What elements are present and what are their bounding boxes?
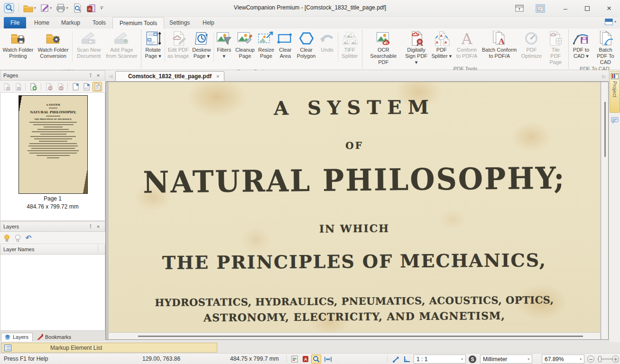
document-tab[interactable]: Comstock_1832_title_page.pdf × <box>115 71 225 81</box>
chevron-down-icon[interactable]: ▾ <box>66 6 68 10</box>
zoom-slider[interactable] <box>597 358 613 360</box>
close-button[interactable]: × <box>598 0 620 17</box>
ocr-searchable-pdf-button[interactable]: A OCR Searchable PDF <box>364 29 403 65</box>
app-logo-icon[interactable] <box>3 2 15 14</box>
pin-icon[interactable]: ⊺ <box>87 224 94 230</box>
angle-measure-icon[interactable] <box>402 355 412 364</box>
save-all-pages-button[interactable] <box>13 82 22 91</box>
open-file-button[interactable]: ▾ <box>22 2 37 14</box>
zoom-level-select[interactable]: 67.89% ▾ <box>542 355 584 364</box>
zoom-slider-thumb[interactable] <box>598 356 601 362</box>
clear-area-button[interactable]: Clear Area <box>276 29 295 59</box>
divider <box>19 3 19 13</box>
tab-tools[interactable]: Tools <box>86 17 112 28</box>
divider <box>67 83 68 91</box>
toggle-panel-icon[interactable] <box>513 3 526 14</box>
chevron-down-icon[interactable]: ▾ <box>50 6 52 10</box>
chevron-down-icon[interactable]: ▾ <box>34 6 36 10</box>
scale-select[interactable]: 1 : 1 ▾ <box>414 355 466 364</box>
bookmark-icon <box>37 334 43 340</box>
page-thumbnail[interactable]: A SYSTEM NATURAL PHILOSOPHY; THE PRINCIP… <box>19 96 87 193</box>
insert-page-button[interactable] <box>28 82 38 91</box>
project-panel-tab[interactable]: Project <box>610 71 620 113</box>
customize-qat-button[interactable]: ▾ <box>99 6 104 10</box>
layer-list[interactable] <box>0 255 105 331</box>
watch-folder-printing-button[interactable]: Watch Folder Printing <box>1 29 35 59</box>
close-icon[interactable]: × <box>94 224 102 229</box>
zoom-tool-button[interactable] <box>311 355 321 364</box>
pin-icon[interactable]: ⊺ <box>87 73 94 79</box>
document-tab-close-icon[interactable]: × <box>216 73 219 79</box>
tab-help[interactable]: Help <box>196 17 221 28</box>
markup-tools-button[interactable]: ▾ <box>39 2 53 14</box>
divider <box>338 32 338 62</box>
maximize-button[interactable] <box>576 0 598 17</box>
pdf-optimize-button[interactable]: PDF Optimize <box>518 29 544 59</box>
tab-home[interactable]: Home <box>28 17 56 28</box>
measure-tool-icon[interactable] <box>391 355 401 364</box>
rotate-page-button[interactable]: Rotate Page ▾ <box>143 29 164 59</box>
print-preview-button[interactable] <box>72 2 83 14</box>
edit-pdf-as-image-button[interactable]: Edit PDF as Image <box>166 29 191 59</box>
pdf-to-cad-button[interactable]: PDF to CAD ▾ <box>570 29 592 59</box>
horizontal-scrollbar-thumb[interactable] <box>138 336 583 337</box>
tab-layers[interactable]: Layers <box>1 333 33 341</box>
pdf-splitter-button[interactable]: AAA PDF Splitter ▾ <box>429 29 453 59</box>
ribbon-options-icon[interactable] <box>534 3 547 14</box>
print-button[interactable]: ▾ <box>55 2 69 14</box>
tab-scroll-right-icon[interactable]: ▷ <box>602 74 606 79</box>
unit-select[interactable]: Millimeter ▾ <box>480 355 532 364</box>
layer-on-bulb-icon[interactable] <box>2 233 11 243</box>
resize-page-button[interactable]: Resize Page <box>257 29 276 59</box>
vertical-scrollbar-thumb[interactable] <box>604 102 606 157</box>
tiff-splitter-button[interactable]: TIFF Splitter <box>339 29 361 59</box>
batch-conform-to-pdfa-button[interactable]: A Batch Conform to PDF/A <box>480 29 518 59</box>
tile-pdf-page-button[interactable]: Tile PDF Page <box>544 29 567 65</box>
tab-scroll-left-icon[interactable]: ◁ <box>105 74 115 81</box>
thumbnail-size-small-button[interactable] <box>71 82 80 91</box>
horizontal-scrollbar[interactable] <box>109 333 600 339</box>
layer-off-bulb-icon[interactable] <box>13 233 22 243</box>
filters-button[interactable]: Filters ▾ <box>214 29 233 59</box>
pdf-export-button[interactable]: A <box>85 2 97 14</box>
resize-grip[interactable] <box>614 358 619 363</box>
tab-settings[interactable]: Settings <box>163 17 196 28</box>
layers-undo-button[interactable]: ↶ <box>24 233 33 243</box>
document-canvas[interactable]: A SYSTEM OF NATURAL PHILOSOPHY; IN WHICH… <box>105 82 609 340</box>
divider <box>165 32 165 62</box>
close-icon[interactable]: × <box>94 73 102 78</box>
zoom-out-button[interactable]: – <box>587 355 594 363</box>
page-setup-button[interactable] <box>289 355 299 364</box>
undo-button[interactable]: Undo <box>318 29 337 53</box>
scan-new-document-button[interactable]: Scan New Document <box>74 29 104 59</box>
batch-pdf-to-cad-button[interactable]: Batch PDF To CAD <box>592 29 619 65</box>
title-bar: ▾ ▾ ▾ A ▾ ViewCompanion Premium - [Comst… <box>0 0 620 17</box>
minimize-button[interactable]: – <box>555 0 576 17</box>
svg-text:A: A <box>435 40 438 45</box>
pdf-mode-button[interactable]: A <box>300 355 310 364</box>
comments-panel-icon[interactable] <box>610 116 620 125</box>
thumbnail-size-medium-button[interactable] <box>82 82 91 91</box>
delete-page-button[interactable] <box>44 82 54 91</box>
tab-premium-tools[interactable]: Premium Tools <box>112 17 164 29</box>
deskew-page-button[interactable]: Deskew Page ▾ <box>191 29 212 59</box>
snap-badge[interactable]: S <box>469 355 476 363</box>
clear-polygon-button[interactable]: Clear Polygon <box>295 29 317 59</box>
conform-to-pdfa-button[interactable]: A Conform to PDF/A <box>453 29 480 59</box>
tab-markup[interactable]: Markup <box>55 17 87 28</box>
save-page-button[interactable] <box>2 82 11 91</box>
layer-names-header[interactable]: Layer Names <box>0 244 105 255</box>
delete-all-pages-button[interactable] <box>55 82 65 91</box>
document-page[interactable]: A SYSTEM OF NATURAL PHILOSOPHY; IN WHICH… <box>109 82 600 332</box>
digitally-sign-pdf-button[interactable]: Digitally Sign PDF ▾ <box>403 29 430 65</box>
fit-to-window-button[interactable] <box>323 355 333 364</box>
watch-folder-conversion-button[interactable]: Watch Folder Conversion <box>35 29 72 59</box>
ribbon-display-button[interactable]: ▾ <box>605 18 616 25</box>
cleanup-page-button[interactable]: Cleanup Page <box>233 29 256 59</box>
markup-element-list-bar[interactable]: Markup Element List <box>1 343 217 353</box>
tab-bookmarks[interactable]: Bookmarks <box>34 333 75 341</box>
vertical-scrollbar[interactable] <box>601 82 608 339</box>
thumbnail-size-large-button[interactable] <box>93 82 102 91</box>
tab-file[interactable]: File <box>4 17 26 28</box>
add-page-from-scanner-button[interactable]: Add Page from Scanner <box>104 29 139 59</box>
